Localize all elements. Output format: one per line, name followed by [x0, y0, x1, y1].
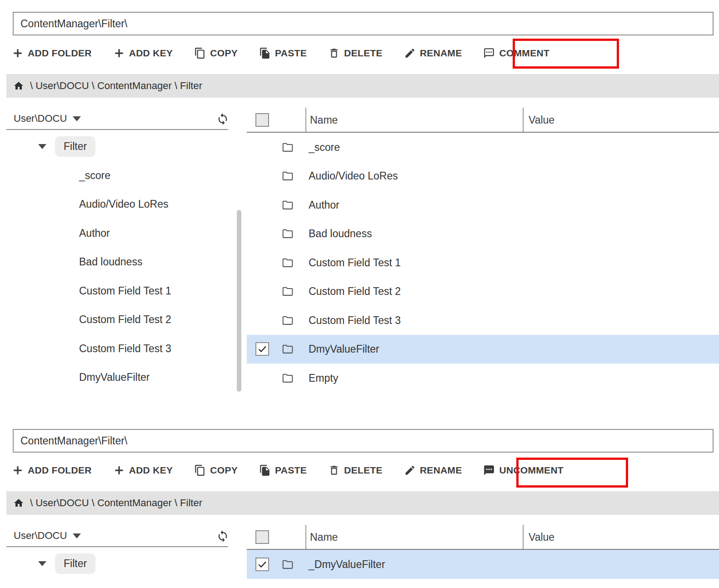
trash-icon	[328, 47, 340, 59]
tree-item-label[interactable]: Filter	[55, 136, 95, 157]
delete-button[interactable]: DELETE	[328, 464, 383, 476]
paste-button[interactable]: PASTE	[259, 464, 307, 476]
folder-icon	[281, 199, 294, 211]
tree-item-filter[interactable]: Filter	[0, 549, 232, 578]
breadcrumb[interactable]: \ User\DOCU \ ContentManager \ Filter	[6, 74, 719, 98]
table-row-selected[interactable]: DmyValueFilter	[247, 335, 719, 364]
copy-label: COPY	[210, 465, 238, 476]
folder-table: Name Value _DmyValueFilter	[247, 525, 719, 549]
breadcrumb[interactable]: \ User\DOCU \ ContentManager \ Filter	[6, 491, 719, 515]
add-key-label: ADD KEY	[129, 48, 173, 59]
folder-icon	[281, 343, 294, 355]
delete-label: DELETE	[344, 48, 383, 59]
column-header-name[interactable]: Name	[310, 114, 338, 126]
add-key-label: ADD KEY	[129, 465, 173, 476]
rename-label: RENAME	[420, 48, 462, 59]
add-key-button[interactable]: ADD KEY	[113, 47, 173, 59]
chevron-down-icon[interactable]	[38, 561, 46, 566]
paste-icon	[259, 47, 271, 59]
plus-icon	[12, 464, 24, 476]
delete-button[interactable]: DELETE	[328, 47, 383, 59]
plus-icon	[12, 47, 24, 59]
rename-button[interactable]: RENAME	[404, 464, 462, 476]
tree-item[interactable]: _score	[0, 161, 232, 190]
tree-root-dropdown[interactable]: User\DOCU	[14, 528, 81, 543]
column-header-value[interactable]: Value	[529, 531, 554, 543]
tree-item[interactable]: Custom Field Test 1	[0, 277, 232, 306]
table-row[interactable]: _score	[247, 133, 719, 162]
breadcrumb-path: \ User\DOCU \ ContentManager \ Filter	[30, 80, 202, 92]
table-row[interactable]: Empty	[247, 364, 719, 393]
column-divider	[523, 525, 524, 549]
row-checkbox-checked[interactable]	[255, 558, 269, 571]
tree-item[interactable]: DmyValueFilter	[0, 363, 232, 392]
tree-item[interactable]: Bad loudness	[0, 248, 232, 277]
annotation-rectangle	[513, 39, 619, 69]
add-folder-button[interactable]: ADD FOLDER	[12, 464, 92, 476]
pencil-icon	[404, 464, 416, 476]
table-row[interactable]: Audio/Video LoRes	[247, 162, 719, 191]
folder-icon	[281, 170, 294, 182]
column-header-name[interactable]: Name	[310, 531, 338, 543]
comment-filled-icon	[483, 464, 495, 476]
table-row[interactable]: Bad loudness	[247, 219, 719, 249]
copy-icon	[194, 464, 206, 476]
home-icon[interactable]	[13, 498, 24, 508]
tree: Filter	[0, 549, 232, 578]
path-input[interactable]	[13, 12, 714, 35]
copy-button[interactable]: COPY	[194, 47, 238, 59]
paste-icon	[259, 464, 271, 476]
rename-button[interactable]: RENAME	[404, 47, 462, 59]
tree-root-label: User\DOCU	[14, 113, 67, 125]
folder-icon	[281, 372, 294, 384]
pencil-icon	[404, 47, 416, 59]
paste-button[interactable]: PASTE	[259, 47, 307, 59]
breadcrumb-path: \ User\DOCU \ ContentManager \ Filter	[30, 497, 202, 509]
paste-label: PASTE	[275, 465, 307, 476]
tree-item-filter[interactable]: Filter	[0, 132, 232, 161]
folder-icon	[281, 257, 294, 269]
vertical-scrollbar[interactable]	[237, 210, 241, 392]
path-input[interactable]	[13, 429, 714, 453]
table-row[interactable]: Custom Field Test 3	[247, 306, 719, 335]
folder-icon	[281, 558, 294, 570]
column-header-value[interactable]: Value	[529, 114, 554, 126]
rename-label: RENAME	[420, 465, 462, 476]
tree-item[interactable]: Author	[0, 219, 232, 248]
tree-item[interactable]: Custom Field Test 2	[0, 305, 232, 334]
annotation-rectangle	[516, 458, 628, 488]
tree-item[interactable]: Custom Field Test 3	[0, 334, 232, 364]
add-folder-label: ADD FOLDER	[28, 465, 92, 476]
add-folder-button[interactable]: ADD FOLDER	[12, 47, 92, 59]
table-row[interactable]: Custom Field Test 2	[247, 277, 719, 306]
table-row[interactable]: Author	[247, 190, 719, 219]
copy-icon	[194, 47, 206, 59]
table-row-selected[interactable]: _DmyValueFilter	[247, 550, 719, 579]
select-all-checkbox[interactable]	[255, 530, 269, 544]
tree-root-dropdown[interactable]: User\DOCU	[14, 111, 81, 126]
refresh-button[interactable]	[216, 113, 229, 125]
table-header: Name Value	[247, 525, 719, 549]
folder-icon	[281, 228, 294, 239]
chevron-down-icon	[73, 116, 81, 121]
tree-item[interactable]: Audio/Video LoRes	[0, 190, 232, 219]
delete-label: DELETE	[344, 465, 383, 476]
paste-label: PASTE	[275, 48, 307, 59]
refresh-button[interactable]	[216, 530, 229, 543]
copy-label: COPY	[210, 48, 238, 59]
folder-icon	[281, 314, 294, 326]
table-row[interactable]: Custom Field Test 1	[247, 248, 719, 277]
tree: Filter _score Audio/Video LoRes Author B…	[0, 132, 232, 392]
folder-table: Name Value _score Audio/Video LoRes Auth…	[247, 108, 719, 132]
tree-divider	[6, 546, 228, 547]
trash-icon	[328, 464, 340, 476]
row-checkbox-checked[interactable]	[255, 342, 269, 356]
home-icon[interactable]	[13, 80, 24, 91]
select-all-checkbox[interactable]	[255, 113, 269, 127]
tree-item-label[interactable]: Filter	[55, 553, 95, 574]
add-key-button[interactable]: ADD KEY	[113, 464, 173, 476]
chevron-down-icon[interactable]	[38, 144, 46, 149]
copy-button[interactable]: COPY	[194, 464, 238, 476]
table-header: Name Value	[247, 108, 719, 132]
tree-root-label: User\DOCU	[14, 530, 67, 542]
